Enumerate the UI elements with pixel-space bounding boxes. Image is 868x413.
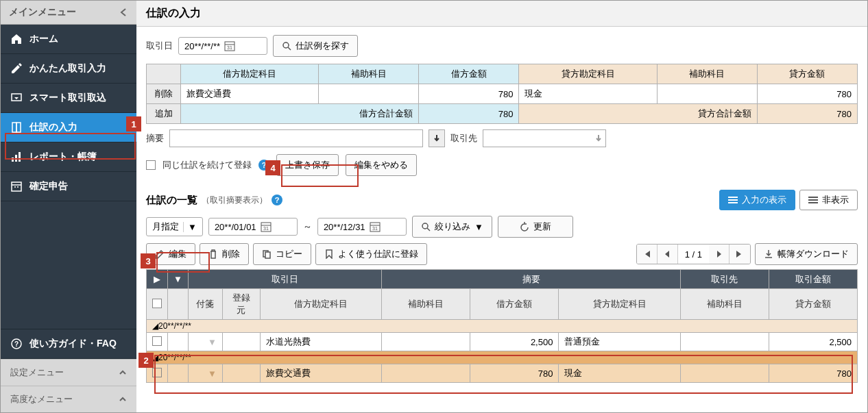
button-label: 帳簿ダウンロード <box>777 248 849 260</box>
list-item[interactable]: ▼ 旅費交通費 780 現金 780 <box>147 364 858 383</box>
credit-account-cell[interactable]: 現金 <box>519 84 657 104</box>
button-label: コピー <box>276 248 302 260</box>
period-select[interactable]: 月指定 ▼ <box>146 217 203 236</box>
row-credit-sub <box>681 333 769 351</box>
row-expand[interactable] <box>168 333 189 351</box>
row-debit-amount: 780 <box>470 364 559 383</box>
sidebar-item-faq[interactable]: ? 使い方ガイド・FAQ <box>1 329 136 359</box>
list-item[interactable]: ▼ 水道光熱費 2,500 普通預金 2,500 <box>147 333 858 351</box>
debit-account-cell[interactable]: 旅費交通費 <box>181 84 319 104</box>
row-checkbox[interactable] <box>147 333 168 351</box>
svg-point-29 <box>422 223 428 229</box>
page-title: 仕訳の入力 <box>136 1 867 27</box>
journal-icon <box>10 121 23 134</box>
sidebar-advanced-menu[interactable]: 高度なメニュー <box>1 386 136 412</box>
pager-next-button[interactable] <box>709 245 730 264</box>
sidebar-item-journal-entry[interactable]: 仕訳の入力 <box>1 113 136 142</box>
refresh-button[interactable]: 更新 <box>498 216 573 238</box>
credit-amount-cell[interactable]: 780 <box>757 84 857 104</box>
credit-total-amount: 780 <box>757 104 857 124</box>
th-credit-sub: 補助科目 <box>681 289 769 320</box>
callout-4: 4 <box>265 160 280 175</box>
row-credit-amount: 2,500 <box>769 333 857 351</box>
list-icon <box>728 196 738 204</box>
sidebar-item-reports[interactable]: レポート・帳簿 <box>1 142 136 172</box>
transaction-date-input[interactable]: 20**/**/** 31 <box>178 37 267 55</box>
row-debit-sub <box>382 333 470 351</box>
button-label: 仕訳例を探す <box>296 40 349 52</box>
th-credit-amount: 貸方金額 <box>757 64 857 84</box>
svg-point-15 <box>283 42 289 48</box>
svg-rect-1 <box>12 123 16 132</box>
sidebar-item-home[interactable]: ホーム <box>1 25 136 54</box>
callout-1: 1 <box>126 116 141 132</box>
th-checkbox[interactable] <box>147 289 168 320</box>
th-partner: 取引先 <box>681 270 769 289</box>
th-collapse[interactable]: ▼ <box>168 270 189 289</box>
list-title: 仕訳の一覧 （取引摘要表示） ? <box>146 194 282 207</box>
cancel-edit-button[interactable]: 編集をやめる <box>346 154 417 176</box>
debit-amount-cell[interactable]: 780 <box>419 84 519 104</box>
svg-rect-21 <box>808 199 818 201</box>
summary-input[interactable] <box>169 129 423 147</box>
total-row: 追加 借方合計金額 780 貸方合計金額 780 <box>147 104 858 124</box>
bookmark-icon <box>324 249 334 259</box>
first-icon <box>642 250 651 258</box>
chevron-up-icon <box>119 370 127 375</box>
copy-button[interactable]: コピー <box>253 243 311 265</box>
date-to-input[interactable]: 20**/12/31 31 <box>317 218 407 236</box>
th-summary: 摘要 <box>382 270 681 289</box>
continue-checkbox[interactable] <box>146 160 156 170</box>
pager-first-button[interactable] <box>637 245 658 264</box>
row-source <box>222 333 260 351</box>
partner-input[interactable] <box>483 129 606 147</box>
help-icon[interactable]: ? <box>272 195 282 205</box>
summary-dropdown-button[interactable] <box>429 129 445 147</box>
group-date-row[interactable]: ◢20**/**/** <box>147 351 858 364</box>
delete-row-button[interactable]: 削除 <box>147 84 181 104</box>
view-show-button[interactable]: 入力の表示 <box>719 190 795 210</box>
last-icon <box>735 250 745 258</box>
sidebar: メインメニュー ホーム かんたん取引入力 スマート取引取込 <box>1 1 136 412</box>
search-example-button[interactable]: 仕訳例を探す <box>273 35 358 57</box>
row-tag[interactable]: ▼ <box>188 333 222 351</box>
th-debit-sub: 補助科目 <box>382 289 470 320</box>
date-from-input[interactable]: 20**/01/01 31 <box>208 218 298 236</box>
sidebar-item-label: ホーム <box>29 33 58 45</box>
prev-icon <box>664 250 671 258</box>
th-credit-account: 貸方勘定科目 <box>559 289 681 320</box>
debit-sub-cell[interactable] <box>319 84 419 104</box>
sidebar-settings-menu[interactable]: 設定メニュー <box>1 359 136 386</box>
pager-prev-button[interactable] <box>658 245 678 264</box>
sidebar-item-tax-return[interactable]: 確定申告 <box>1 172 136 201</box>
download-button[interactable]: 帳簿ダウンロード <box>755 243 858 265</box>
sidebar-title: メインメニュー <box>9 6 76 18</box>
delete-button[interactable]: 削除 <box>200 243 249 265</box>
button-label: 非表示 <box>822 194 849 206</box>
row-expand[interactable] <box>168 364 189 383</box>
view-hide-button[interactable]: 非表示 <box>799 190 858 210</box>
button-label: よく使う仕訳に登録 <box>338 248 418 260</box>
row-tag[interactable]: ▼ <box>188 364 222 383</box>
sidebar-footer-label: 高度なメニュー <box>10 393 73 405</box>
refresh-icon <box>520 222 529 231</box>
credit-sub-cell[interactable] <box>657 84 757 104</box>
overwrite-save-button[interactable]: 上書き保存 <box>276 154 339 176</box>
entry-table: 借方勘定科目 補助科目 借方金額 貸方勘定科目 補助科目 貸方金額 削除 旅費交… <box>146 64 858 124</box>
add-row-button[interactable]: 追加 <box>147 104 181 124</box>
narrow-button[interactable]: 絞り込み ▼ <box>412 216 492 238</box>
sidebar-collapse-icon[interactable] <box>119 8 128 17</box>
calendar-icon: 31 <box>261 221 272 232</box>
th-debit-amount: 借方金額 <box>470 289 559 320</box>
favorite-button[interactable]: よく使う仕訳に登録 <box>315 243 427 265</box>
sidebar-item-easy-entry[interactable]: かんたん取引入力 <box>1 54 136 84</box>
group-date-row[interactable]: ◢20**/**/** <box>147 320 858 333</box>
th-expand[interactable]: ▶ <box>147 270 168 289</box>
sidebar-item-smart-import[interactable]: スマート取引取込 <box>1 84 136 113</box>
main-panel: 仕訳の入力 取引日 20**/**/** 31 仕訳例を探す 借方勘定科目 補助 <box>136 1 867 412</box>
pager-last-button[interactable] <box>730 245 750 264</box>
sidebar-footer: 設定メニュー 高度なメニュー <box>1 359 136 412</box>
trash-icon <box>208 249 218 259</box>
copy-icon <box>262 249 272 259</box>
svg-line-16 <box>288 47 291 50</box>
